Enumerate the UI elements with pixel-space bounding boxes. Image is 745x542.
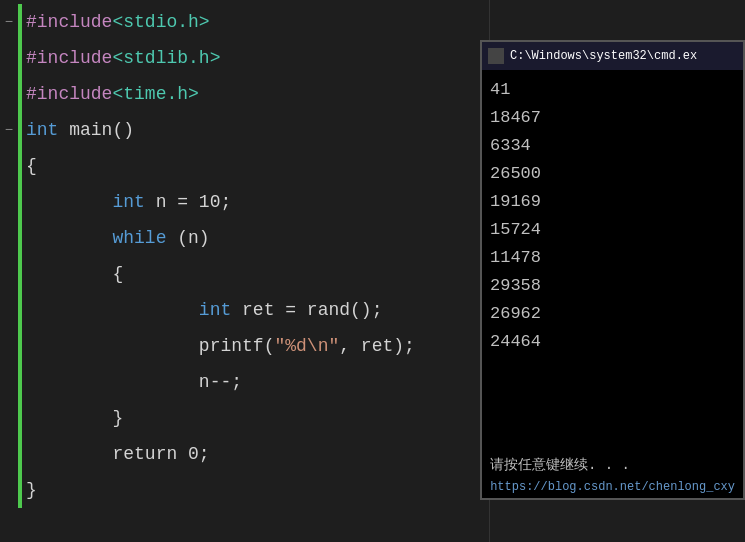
code-text: printf("%d\n", ret); (22, 328, 415, 364)
code-text: return 0; (22, 436, 210, 472)
code-text: #include<time.h> (22, 76, 199, 112)
code-line: } (0, 400, 489, 436)
code-token: #include (26, 84, 112, 104)
code-line: { (0, 148, 489, 184)
code-line: #include<time.h> (0, 76, 489, 112)
code-token: #include (26, 48, 112, 68)
code-token: while (112, 228, 166, 248)
cmd-output-line: 24464 (490, 328, 735, 356)
code-editor: −#include<stdio.h>#include<stdlib.h>#inc… (0, 0, 490, 542)
code-token: , ret); (339, 336, 415, 356)
fold-indicator[interactable]: − (0, 112, 18, 148)
code-token: } (112, 408, 123, 428)
code-token: "%d\n" (274, 336, 339, 356)
cmd-output-line: 11478 (490, 244, 735, 272)
code-text: } (22, 472, 37, 508)
code-token: int (112, 192, 144, 212)
code-line: −#include<stdio.h> (0, 4, 489, 40)
code-token: { (112, 264, 123, 284)
code-line: #include<stdlib.h> (0, 40, 489, 76)
code-line: } (0, 472, 489, 508)
cmd-output-line: 26962 (490, 300, 735, 328)
cmd-output-line: 19169 (490, 188, 735, 216)
cmd-output-line: 41 (490, 76, 735, 104)
code-token: { (26, 156, 37, 176)
code-token: main() (58, 120, 134, 140)
code-text: int n = 10; (22, 184, 231, 220)
code-line: printf("%d\n", ret); (0, 328, 489, 364)
code-token: int (26, 120, 58, 140)
cmd-titlebar: C:\Windows\system32\cmd.ex (482, 42, 743, 70)
code-token: <stdlib.h> (112, 48, 220, 68)
cmd-icon (488, 48, 504, 64)
code-line: int ret = rand(); (0, 292, 489, 328)
code-text: n--; (22, 364, 242, 400)
cmd-output-line: 6334 (490, 132, 735, 160)
code-token: n = 10; (145, 192, 231, 212)
code-line: { (0, 256, 489, 292)
code-token: n--; (199, 372, 242, 392)
code-text: int main() (22, 112, 134, 148)
code-text: } (22, 400, 123, 436)
code-text: { (22, 256, 123, 292)
code-token: } (26, 480, 37, 500)
code-token: #include (26, 12, 112, 32)
code-text: while (n) (22, 220, 210, 256)
code-token: <time.h> (112, 84, 198, 104)
fold-indicator[interactable]: − (0, 4, 18, 40)
cmd-body: 4118467633426500191691572411478293582696… (482, 70, 743, 454)
cmd-output-line: 15724 (490, 216, 735, 244)
code-line: int n = 10; (0, 184, 489, 220)
code-line: return 0; (0, 436, 489, 472)
cmd-output-line: 26500 (490, 160, 735, 188)
code-text: #include<stdlib.h> (22, 40, 220, 76)
code-text: { (22, 148, 37, 184)
cmd-prompt: 请按任意键继续. . . (482, 454, 743, 478)
cmd-title: C:\Windows\system32\cmd.ex (510, 49, 697, 63)
code-token: <stdio.h> (112, 12, 209, 32)
code-token: ret = rand(); (231, 300, 382, 320)
cmd-link: https://blog.csdn.net/chenlong_cxy (482, 478, 743, 498)
code-text: #include<stdio.h> (22, 4, 210, 40)
code-token: int (199, 300, 231, 320)
cmd-output-line: 29358 (490, 272, 735, 300)
code-line: while (n) (0, 220, 489, 256)
cmd-window: C:\Windows\system32\cmd.ex 4118467633426… (480, 40, 745, 500)
code-line: n--; (0, 364, 489, 400)
code-text: int ret = rand(); (22, 292, 382, 328)
code-token: return 0; (112, 444, 209, 464)
code-token: printf( (199, 336, 275, 356)
cmd-output-line: 18467 (490, 104, 735, 132)
code-line: −int main() (0, 112, 489, 148)
code-token: (n) (166, 228, 209, 248)
